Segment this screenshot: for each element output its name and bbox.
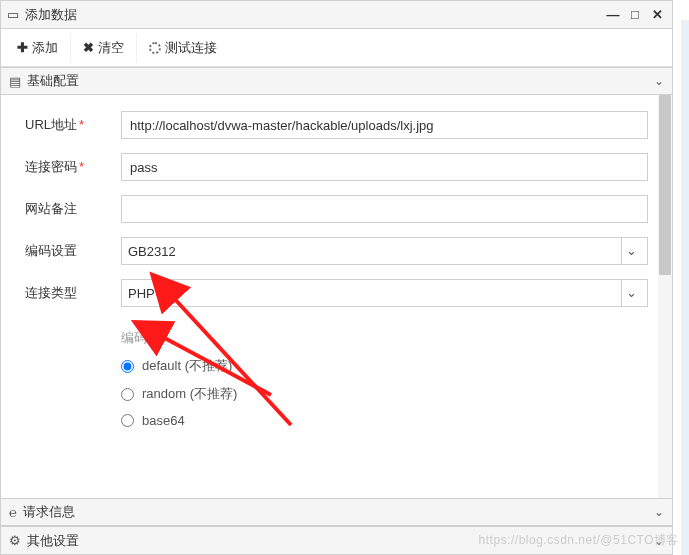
clear-button[interactable]: ✖ 清空 bbox=[71, 33, 137, 63]
window-title: 添加数据 bbox=[25, 6, 604, 24]
encoding-value: GB2312 bbox=[128, 244, 176, 259]
panel-basic-header[interactable]: ▤ 基础配置 ⌄ bbox=[1, 67, 672, 95]
gear-icon: ⚙ bbox=[9, 533, 21, 548]
cross-icon: ✖ bbox=[83, 40, 94, 55]
maximize-button[interactable]: □ bbox=[626, 6, 644, 24]
encoder-radio-default[interactable] bbox=[121, 360, 134, 373]
remark-input[interactable] bbox=[121, 195, 648, 223]
panel-basic-title: 基础配置 bbox=[27, 72, 654, 90]
scrollbar-thumb[interactable] bbox=[659, 95, 671, 275]
conn-type-label: 连接类型 bbox=[21, 284, 121, 302]
url-input[interactable] bbox=[121, 111, 648, 139]
conn-type-select[interactable]: PHP ⌄ bbox=[121, 279, 648, 307]
plus-circle-icon: ✚ bbox=[17, 40, 28, 55]
add-button-label: 添加 bbox=[32, 39, 58, 57]
chevron-down-icon: ⌄ bbox=[621, 280, 641, 306]
minimize-button[interactable]: — bbox=[604, 6, 622, 24]
test-button-label: 测试连接 bbox=[165, 39, 217, 57]
encoder-option-label: base64 bbox=[142, 413, 185, 428]
title-bar: ▭ 添加数据 — □ ✕ bbox=[1, 1, 672, 29]
encoding-select[interactable]: GB2312 ⌄ bbox=[121, 237, 648, 265]
toolbar: ✚ 添加 ✖ 清空 测试连接 bbox=[1, 29, 672, 67]
url-label: URL地址* bbox=[21, 116, 121, 134]
encoder-radio-random[interactable] bbox=[121, 388, 134, 401]
conn-type-value: PHP bbox=[128, 286, 155, 301]
encoder-label: 编码器 bbox=[121, 329, 648, 347]
encoder-radio-base64[interactable] bbox=[121, 414, 134, 427]
right-edge-strip bbox=[681, 20, 689, 555]
panel-request-title: 请求信息 bbox=[23, 503, 654, 521]
close-button[interactable]: ✕ bbox=[648, 6, 666, 24]
window-icon: ▭ bbox=[7, 7, 19, 22]
scrollbar[interactable] bbox=[658, 95, 672, 498]
panel-request-header[interactable]: ℮ 请求信息 ⌄ bbox=[1, 498, 672, 526]
encoder-option-label: default (不推荐) bbox=[142, 357, 232, 375]
clear-button-label: 清空 bbox=[98, 39, 124, 57]
remark-label: 网站备注 bbox=[21, 200, 121, 218]
document-icon: ▤ bbox=[9, 74, 21, 89]
globe-icon: ℮ bbox=[9, 505, 17, 520]
spinner-icon bbox=[149, 42, 161, 54]
test-connection-button[interactable]: 测试连接 bbox=[137, 33, 229, 63]
chevron-down-icon: ⌄ bbox=[621, 238, 641, 264]
encoding-label: 编码设置 bbox=[21, 242, 121, 260]
chevron-down-icon: ⌄ bbox=[654, 74, 664, 88]
encoder-option-label: random (不推荐) bbox=[142, 385, 237, 403]
add-button[interactable]: ✚ 添加 bbox=[5, 33, 71, 63]
chevron-down-icon: ⌄ bbox=[654, 505, 664, 519]
password-input[interactable] bbox=[121, 153, 648, 181]
password-label: 连接密码* bbox=[21, 158, 121, 176]
panel-basic-body: URL地址* 连接密码* 网站备注 编码设置 GB2312 ⌄ bbox=[1, 95, 672, 498]
watermark: https://blog.csdn.net/@51CTO博客 bbox=[479, 532, 679, 549]
